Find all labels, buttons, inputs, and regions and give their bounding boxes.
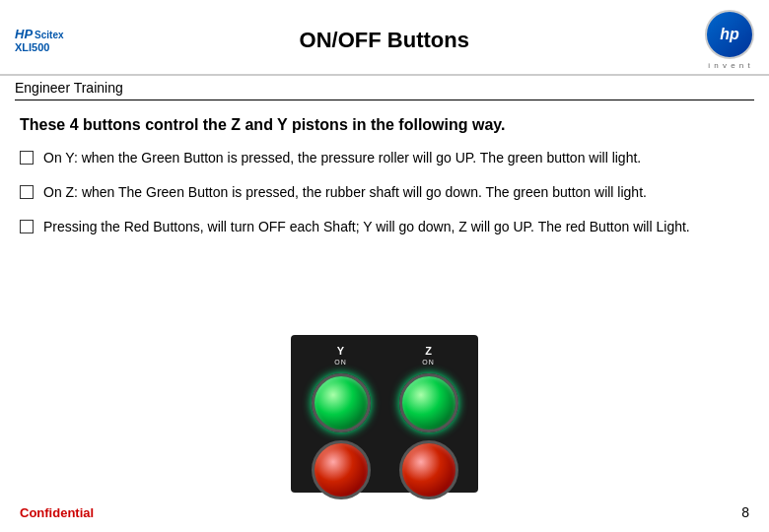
confidential-label: Confidential <box>20 505 94 520</box>
engineer-training-label: Engineer Training <box>15 80 123 96</box>
subheader: Engineer Training <box>0 76 769 100</box>
brand-model: XLI500 <box>15 41 64 53</box>
footer: Confidential 8 <box>0 504 769 520</box>
y-green-button <box>312 373 371 432</box>
z-green-button <box>399 373 458 432</box>
z-red-button <box>399 440 458 499</box>
hp-invent-text: i n v e n t <box>708 61 750 70</box>
bullet-text-2: On Z: when The Green Button is pressed, … <box>43 182 749 203</box>
main-content: These 4 buttons control the Z and Y pist… <box>0 108 769 259</box>
panel-z-red-button-area <box>388 440 468 499</box>
panel-y-green-button-area <box>301 373 381 432</box>
bullet-checkbox <box>20 220 34 233</box>
panel-y-top-label: Y ON <box>301 345 381 366</box>
bullet-text-1: On Y: when the Green Button is pressed, … <box>43 148 749 168</box>
bullet-text-3: Pressing the Red Buttons, will turn OFF … <box>43 217 749 237</box>
main-description: These 4 buttons control the Z and Y pist… <box>20 116 749 134</box>
header-divider <box>15 100 754 100</box>
brand-hp: HP <box>15 27 33 41</box>
panel-y-red-button-area <box>301 440 381 499</box>
brand-scitex: Scitex <box>35 30 63 40</box>
page-title: ON/OFF Buttons <box>64 28 705 53</box>
page-number: 8 <box>741 504 749 520</box>
y-red-button <box>312 440 371 499</box>
control-panel-image: Y ON Z ON Y OFF Z OFF <box>291 335 478 493</box>
brand-logo: HP Scitex XLI500 <box>15 27 64 53</box>
panel-z-top-label: Z ON <box>388 345 468 366</box>
bullet-checkbox <box>20 185 34 199</box>
list-item: On Z: when The Green Button is pressed, … <box>20 182 749 203</box>
header: HP Scitex XLI500 ON/OFF Buttons hp i n v… <box>0 0 769 76</box>
bullet-list: On Y: when the Green Button is pressed, … <box>20 148 749 237</box>
list-item: Pressing the Red Buttons, will turn OFF … <box>20 217 749 237</box>
list-item: On Y: when the Green Button is pressed, … <box>20 148 749 168</box>
panel-z-green-button-area <box>388 373 468 432</box>
bullet-checkbox <box>20 151 34 165</box>
hp-logo: hp <box>705 10 754 59</box>
